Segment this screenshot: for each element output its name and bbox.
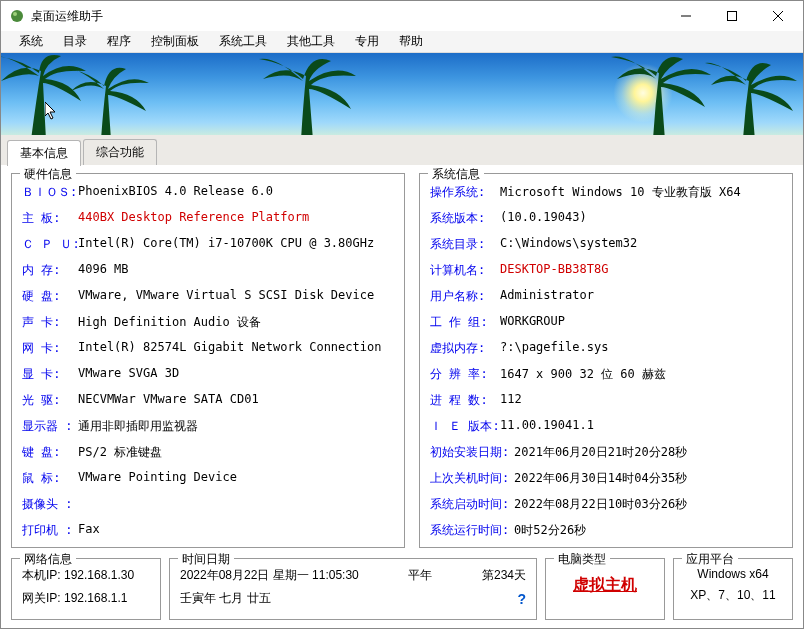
gpu-label: 显 卡: xyxy=(22,366,78,383)
gateway-label: 网关IP: xyxy=(22,591,61,605)
menu-catalog[interactable]: 目录 xyxy=(53,30,97,53)
sysdir-value: C:\Windows\system32 xyxy=(500,236,637,253)
install-label: 初始安装日期: xyxy=(430,444,514,461)
proccount-label: 进 程 数: xyxy=(430,392,500,409)
user-label: 用户名称: xyxy=(430,288,500,305)
platform-panel: 应用平台 Windows x64 XP、7、10、11 xyxy=(673,558,793,620)
menu-program[interactable]: 程序 xyxy=(97,30,141,53)
app-icon xyxy=(9,8,25,24)
bios-value: PhoenixBIOS 4.0 Release 6.0 xyxy=(78,184,273,201)
harddisk-value: VMware, VMware Virtual S SCSI Disk Devic… xyxy=(78,288,374,305)
keyboard-value: PS/2 标准键盘 xyxy=(78,444,162,461)
gateway-value: 192.168.1.1 xyxy=(64,591,127,605)
shutdown-value: 2022年06月30日14时04分35秒 xyxy=(514,470,687,487)
resolution-label: 分 辨 率: xyxy=(430,366,500,383)
ip-value: 192.168.1.30 xyxy=(64,568,134,582)
hardware-panel: 硬件信息 ＢＩＯＳ:PhoenixBIOS 4.0 Release 6.0 主 … xyxy=(11,173,405,548)
camera-label: 摄像头 : xyxy=(22,496,78,513)
sound-label: 声 卡: xyxy=(22,314,78,331)
menubar: 系统 目录 程序 控制面板 系统工具 其他工具 专用 帮助 xyxy=(1,31,803,53)
printer-label: 打印机 : xyxy=(22,522,78,539)
datetime-panel-title: 时间日期 xyxy=(178,551,234,568)
sysdir-label: 系统目录: xyxy=(430,236,500,253)
motherboard-label: 主 板: xyxy=(22,210,78,227)
cpu-value: Intel(R) Core(TM) i7-10700K CPU @ 3.80GH… xyxy=(78,236,374,253)
uptime-label: 系统运行时间: xyxy=(430,522,514,539)
os-label: 操作系统: xyxy=(430,184,500,201)
gpu-value: VMware SVGA 3D xyxy=(78,366,179,383)
user-value: Administrator xyxy=(500,288,594,305)
version-value: (10.0.19043) xyxy=(500,210,587,227)
day-of-year: 第234天 xyxy=(482,567,526,584)
boot-label: 系统启动时间: xyxy=(430,496,514,513)
close-button[interactable] xyxy=(755,1,801,31)
computer-type-panel: 电脑类型 虚拟主机 xyxy=(545,558,665,620)
pcname-label: 计算机名: xyxy=(430,262,500,279)
install-value: 2021年06月20日21时20分28秒 xyxy=(514,444,687,461)
motherboard-value: 440BX Desktop Reference Platform xyxy=(78,210,309,227)
optical-label: 光 驱: xyxy=(22,392,78,409)
palm-decor xyxy=(603,53,803,135)
datetime-value: 2022年08月22日 星期一 11:05:30 xyxy=(180,567,359,584)
window-title: 桌面运维助手 xyxy=(31,8,663,25)
harddisk-label: 硬 盘: xyxy=(22,288,78,305)
menu-help[interactable]: 帮助 xyxy=(389,30,433,53)
vmem-value: ?:\pagefile.sys xyxy=(500,340,608,357)
cpu-label: Ｃ Ｐ Ｕ: xyxy=(22,236,78,253)
tab-composite[interactable]: 综合功能 xyxy=(83,139,157,165)
tabbar: 基本信息 综合功能 xyxy=(1,135,803,165)
network-panel-title: 网络信息 xyxy=(20,551,76,568)
palm-decor xyxy=(1,53,171,135)
workgroup-label: 工 作 组: xyxy=(430,314,500,331)
menu-systools[interactable]: 系统工具 xyxy=(209,30,277,53)
menu-other[interactable]: 其他工具 xyxy=(277,30,345,53)
platform-line1: Windows x64 xyxy=(684,567,782,581)
system-panel-title: 系统信息 xyxy=(428,166,484,183)
pcname-value: DESKTOP-BB38T8G xyxy=(500,262,608,279)
memory-value: 4096 MB xyxy=(78,262,129,279)
bios-label: ＢＩＯＳ: xyxy=(22,184,78,201)
ie-value: 11.00.19041.1 xyxy=(500,418,594,435)
proccount-value: 112 xyxy=(500,392,522,409)
os-value: Microsoft Windows 10 专业教育版 X64 xyxy=(500,184,741,201)
workgroup-value: WORKGROUP xyxy=(500,314,565,331)
uptime-value: 0时52分26秒 xyxy=(514,522,586,539)
menu-special[interactable]: 专用 xyxy=(345,30,389,53)
resolution-value: 1647 x 900 32 位 60 赫兹 xyxy=(500,366,666,383)
help-icon[interactable]: ? xyxy=(517,591,526,607)
display-label: 显示器 : xyxy=(22,418,78,435)
system-panel: 系统信息 操作系统:Microsoft Windows 10 专业教育版 X64… xyxy=(419,173,793,548)
network-panel: 网络信息 本机IP: 192.168.1.30 网关IP: 192.168.1.… xyxy=(11,558,161,620)
year-type: 平年 xyxy=(408,567,432,584)
computer-type-value: 虚拟主机 xyxy=(573,576,637,593)
minimize-button[interactable] xyxy=(663,1,709,31)
palm-decor xyxy=(241,53,401,135)
mouse-label: 鼠 标: xyxy=(22,470,78,487)
hardware-panel-title: 硬件信息 xyxy=(20,166,76,183)
ie-label: Ｉ Ｅ 版本: xyxy=(430,418,500,435)
menu-control[interactable]: 控制面板 xyxy=(141,30,209,53)
ip-label: 本机IP: xyxy=(22,568,61,582)
memory-label: 内 存: xyxy=(22,262,78,279)
shutdown-label: 上次关机时间: xyxy=(430,470,514,487)
tab-basic[interactable]: 基本信息 xyxy=(7,140,81,166)
keyboard-label: 键 盘: xyxy=(22,444,78,461)
boot-value: 2022年08月22日10时03分26秒 xyxy=(514,496,687,513)
computer-type-title: 电脑类型 xyxy=(554,551,610,568)
mouse-value: VMware Pointing Device xyxy=(78,470,237,487)
nic-label: 网 卡: xyxy=(22,340,78,357)
menu-system[interactable]: 系统 xyxy=(9,30,53,53)
lunar-date: 壬寅年 七月 廿五 xyxy=(180,590,271,607)
titlebar: 桌面运维助手 xyxy=(1,1,803,31)
nic-value: Intel(R) 82574L Gigabit Network Connecti… xyxy=(78,340,381,357)
display-value: 通用非即插即用监视器 xyxy=(78,418,198,435)
svg-rect-3 xyxy=(728,12,737,21)
maximize-button[interactable] xyxy=(709,1,755,31)
sound-value: High Definition Audio 设备 xyxy=(78,314,261,331)
banner-image xyxy=(1,53,803,135)
vmem-label: 虚拟内存: xyxy=(430,340,500,357)
version-label: 系统版本: xyxy=(430,210,500,227)
optical-value: NECVMWar VMware SATA CD01 xyxy=(78,392,259,409)
svg-point-0 xyxy=(11,10,23,22)
svg-point-1 xyxy=(13,12,17,16)
